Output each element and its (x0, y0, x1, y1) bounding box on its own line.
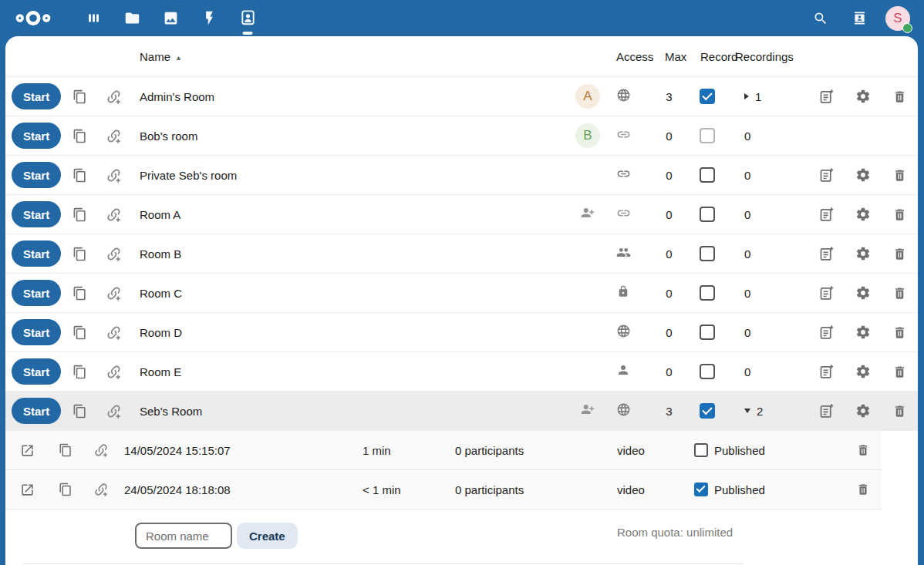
settings-gear-icon[interactable] (855, 246, 871, 261)
delete-recording-icon[interactable] (856, 483, 870, 496)
room-name-input[interactable] (135, 523, 232, 549)
settings-gear-icon[interactable] (855, 403, 871, 419)
add-link-icon[interactable] (106, 364, 122, 380)
delete-recording-icon[interactable] (856, 443, 870, 457)
delete-room-icon[interactable] (892, 207, 907, 222)
person-icon (616, 363, 630, 380)
start-button[interactable]: Start (12, 280, 61, 306)
start-button[interactable]: Start (12, 123, 61, 149)
recordings-toggle[interactable]: 2 (717, 392, 808, 430)
nextcloud-logo[interactable] (15, 8, 51, 28)
copy-link-icon[interactable] (73, 365, 87, 379)
edit-room-icon[interactable] (818, 207, 835, 223)
recordings-toggle[interactable]: 1 (717, 77, 808, 116)
published-checkbox[interactable] (694, 483, 708, 496)
room-name: Seb's Room (132, 392, 569, 430)
start-button[interactable]: Start (12, 319, 61, 345)
search-icon[interactable] (801, 0, 840, 36)
room-name: Admin's Room (132, 77, 569, 116)
recordings-count: 1 (755, 90, 761, 103)
record-checkbox[interactable] (700, 403, 715, 419)
delete-room-icon[interactable] (892, 168, 907, 183)
edit-room-icon[interactable] (818, 167, 835, 183)
max-participants: 0 (640, 116, 698, 155)
delete-room-icon[interactable] (892, 286, 907, 301)
add-link-icon[interactable] (106, 246, 122, 262)
add-link-icon[interactable] (106, 89, 122, 105)
column-header-name[interactable]: Name▲ (140, 50, 182, 63)
room-row-expanded: Start Seb's Room 3 2 (5, 392, 918, 431)
edit-room-icon[interactable] (818, 285, 835, 301)
app-files-folder-icon[interactable] (113, 0, 151, 36)
contacts-icon[interactable] (840, 0, 878, 36)
copy-link-icon[interactable] (73, 286, 87, 301)
column-header-recordings: Recordings (735, 50, 794, 63)
app-activity-lightning-icon[interactable] (190, 0, 228, 36)
room-name: Bob's room (132, 116, 569, 155)
edit-room-icon[interactable] (818, 246, 835, 262)
delete-room-icon[interactable] (892, 89, 907, 104)
copy-link-icon[interactable] (73, 325, 87, 340)
settings-gear-icon[interactable] (855, 325, 871, 340)
record-checkbox[interactable] (700, 325, 715, 340)
delete-room-icon[interactable] (892, 365, 907, 379)
copy-link-icon[interactable] (73, 247, 87, 261)
record-checkbox[interactable] (700, 167, 715, 183)
create-room-button[interactable]: Create (237, 523, 298, 549)
app-meeting-rooms-icon[interactable] (228, 0, 267, 36)
start-button[interactable]: Start (12, 398, 61, 424)
edit-room-icon[interactable] (818, 89, 835, 105)
add-link-icon[interactable] (93, 442, 109, 458)
add-link-icon[interactable] (93, 482, 109, 497)
app-photos-icon[interactable] (151, 0, 190, 36)
add-link-icon[interactable] (106, 167, 122, 183)
copy-link-icon[interactable] (73, 404, 87, 419)
online-status-icon (902, 23, 912, 33)
copy-link-icon[interactable] (73, 129, 87, 143)
copy-link-icon[interactable] (59, 483, 73, 496)
start-button[interactable]: Start (12, 240, 61, 267)
column-header-record: Record (700, 50, 737, 63)
start-button[interactable]: Start (12, 162, 61, 188)
open-in-new-icon[interactable] (20, 443, 35, 458)
lock-icon (617, 285, 629, 301)
delete-room-icon[interactable] (892, 325, 907, 340)
record-checkbox[interactable] (700, 285, 715, 301)
record-checkbox[interactable] (700, 364, 715, 379)
settings-gear-icon[interactable] (855, 89, 871, 104)
copy-link-icon[interactable] (59, 443, 73, 457)
copy-link-icon[interactable] (73, 168, 87, 183)
app-dashboard-icon[interactable] (74, 0, 113, 36)
published-checkbox[interactable] (694, 443, 708, 457)
delete-room-icon[interactable] (892, 247, 907, 261)
settings-gear-icon[interactable] (855, 207, 871, 222)
add-link-icon[interactable] (106, 403, 122, 419)
settings-gear-icon[interactable] (855, 285, 871, 301)
user-avatar[interactable]: S (885, 6, 910, 31)
record-checkbox[interactable] (700, 89, 715, 104)
add-link-icon[interactable] (106, 128, 122, 144)
start-button[interactable]: Start (12, 83, 61, 109)
settings-gear-icon[interactable] (855, 364, 871, 379)
divider (23, 563, 744, 564)
add-link-icon[interactable] (106, 207, 122, 223)
delete-room-icon[interactable] (892, 404, 907, 419)
edit-room-icon[interactable] (818, 364, 835, 380)
add-link-icon[interactable] (106, 325, 122, 341)
settings-gear-icon[interactable] (855, 167, 871, 183)
copy-link-icon[interactable] (73, 89, 87, 104)
start-button[interactable]: Start (12, 358, 61, 385)
recordings-count: 0 (717, 352, 808, 391)
copy-link-icon[interactable] (73, 207, 87, 222)
link-icon (616, 206, 631, 224)
recording-date: 24/05/2024 18:18:08 (120, 470, 356, 509)
edit-room-icon[interactable] (818, 403, 835, 419)
recordings-count: 0 (717, 234, 808, 273)
room-row: Start Admin's Room A 3 1 (5, 77, 918, 116)
edit-room-icon[interactable] (818, 325, 835, 341)
record-checkbox[interactable] (700, 246, 715, 261)
record-checkbox[interactable] (700, 207, 715, 222)
add-link-icon[interactable] (106, 285, 122, 301)
start-button[interactable]: Start (12, 201, 61, 227)
open-in-new-icon[interactable] (20, 483, 35, 497)
